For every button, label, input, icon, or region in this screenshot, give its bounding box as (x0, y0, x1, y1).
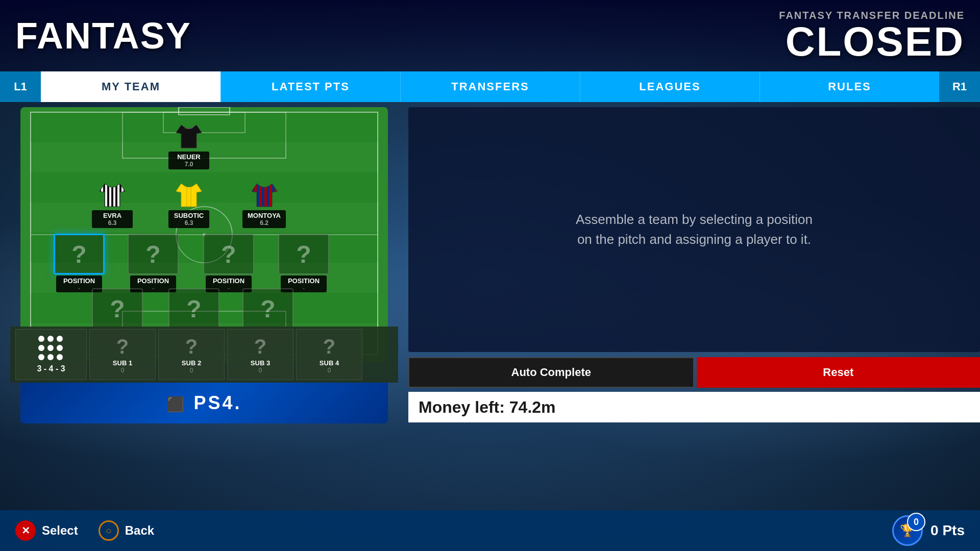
select-action[interactable]: ✕ Select (15, 520, 78, 541)
dot-4 (38, 345, 44, 351)
evra-shirt (97, 181, 128, 209)
points-area: 🏆 0 0 Pts (892, 515, 965, 546)
pts-text: 0 Pts (930, 522, 965, 539)
subotic-badge: SUBOTIC 6.3 (168, 210, 209, 228)
position-mid-2[interactable]: ? POSITION - (128, 234, 179, 292)
dot-8 (47, 354, 54, 360)
dot-6 (57, 345, 63, 351)
position-mid-3-inner: ? (203, 234, 254, 274)
dot-3 (57, 336, 63, 342)
deadline-area: FANTASY TRANSFER DEADLINE CLOSED (779, 10, 965, 62)
bottom-bar: ✕ Select ○ Back 🏆 0 0 Pts (0, 510, 980, 551)
formation-dots (38, 336, 64, 361)
o-button-icon: ○ (99, 520, 119, 541)
position-mid-2-inner: ? (128, 234, 179, 274)
header: FANTASY FANTASY TRANSFER DEADLINE CLOSED (0, 0, 980, 71)
trophy-wrap: 🏆 0 (892, 515, 923, 546)
neuer-shirt (174, 122, 204, 151)
money-left-text: Money left: 74.2m (419, 398, 556, 417)
montoya-shirt (249, 181, 280, 209)
dot-2 (47, 336, 54, 342)
sub-2-label: SUB 2 (182, 359, 201, 367)
tab-transfers[interactable]: TRANSFERS (400, 71, 580, 102)
sub-1-score: 0 (121, 367, 125, 374)
points-badge: 0 (907, 513, 925, 531)
app-title: FANTASY (15, 15, 191, 57)
position-fwd-1-inner: ? (92, 288, 143, 329)
reset-button[interactable]: Reset (697, 357, 981, 388)
tab-latest-pts[interactable]: LATEST PTS (220, 71, 400, 102)
nav-left-arrow[interactable]: L1 (0, 71, 41, 102)
info-text: Assemble a team by selecting a positiono… (576, 210, 813, 249)
position-mid-1-inner: ? (54, 234, 105, 274)
tab-rules[interactable]: RULES (760, 71, 939, 102)
position-mid-4[interactable]: ? POSITION - (278, 234, 329, 292)
tab-leagues[interactable]: LEAGUES (580, 71, 760, 102)
player-neuer[interactable]: NEUER 7.0 (168, 122, 209, 169)
player-montoya[interactable]: MONTOYA 6.2 (242, 181, 286, 228)
main-content: NEUER 7.0 (0, 102, 980, 551)
sub-3-score: 0 (259, 367, 262, 374)
sub-2-score: 0 (190, 367, 193, 374)
nav-bar: L1 MY TEAM LATEST PTS TRANSFERS LEAGUES … (0, 71, 980, 102)
sub-1-label: SUB 1 (113, 359, 132, 367)
info-panel: Assemble a team by selecting a positiono… (408, 107, 980, 352)
sub-slot-2[interactable]: ? SUB 2 0 (158, 329, 225, 380)
dot-1 (38, 336, 44, 342)
select-label: Select (42, 523, 78, 538)
back-action[interactable]: ○ Back (99, 520, 154, 541)
dot-9 (57, 354, 63, 360)
sub-4-label: SUB 4 (320, 359, 339, 367)
dot-7 (38, 354, 44, 360)
formation-text: 3 - 4 - 3 (37, 364, 65, 373)
action-buttons: Auto Complete Reset (408, 357, 980, 388)
pitch: NEUER 7.0 (20, 107, 388, 362)
position-mid-1[interactable]: ? POSITION - (54, 234, 105, 292)
sub-slot-3[interactable]: ? SUB 3 0 (227, 329, 293, 380)
ps4-logo: ⬛ PS4. (166, 392, 241, 414)
back-label: Back (125, 523, 154, 538)
closed-status: CLOSED (786, 21, 965, 62)
sub-slot-1[interactable]: ? SUB 1 0 (89, 329, 156, 380)
sub-3-label: SUB 3 (251, 359, 270, 367)
player-subotic[interactable]: SUBOTIC 6.3 (168, 181, 209, 228)
position-mid-4-inner: ? (278, 234, 329, 274)
sub-4-score: 0 (328, 367, 331, 374)
nav-right-arrow[interactable]: R1 (939, 71, 980, 102)
ps4-banner: ⬛ PS4. (20, 383, 388, 423)
right-panel: Assemble a team by selecting a positiono… (408, 107, 980, 551)
subotic-shirt (174, 181, 204, 209)
neuer-badge: NEUER 7.0 (168, 152, 209, 169)
auto-complete-button[interactable]: Auto Complete (408, 357, 694, 388)
dot-5 (47, 345, 54, 351)
position-fwd-3-inner: ? (242, 288, 293, 329)
x-button-icon: ✕ (15, 520, 36, 541)
subs-area: 3 - 4 - 3 ? SUB 1 0 ? SUB 2 0 ? SUB 3 0 (10, 327, 398, 383)
tab-my-team[interactable]: MY TEAM (41, 71, 220, 102)
evra-badge: EVRA 6.3 (92, 210, 133, 228)
position-mid-3[interactable]: ? POSITION - (203, 234, 254, 292)
formation-display: 3 - 4 - 3 (15, 329, 87, 380)
pitch-inner: NEUER 7.0 (20, 107, 388, 362)
montoya-badge: MONTOYA 6.2 (242, 210, 286, 228)
sub-slot-4[interactable]: ? SUB 4 0 (296, 329, 362, 380)
money-bar: Money left: 74.2m (408, 392, 980, 422)
pitch-area: NEUER 7.0 (10, 107, 398, 423)
position-fwd-2-inner: ? (168, 288, 219, 329)
player-evra[interactable]: EVRA 6.3 (92, 181, 133, 228)
